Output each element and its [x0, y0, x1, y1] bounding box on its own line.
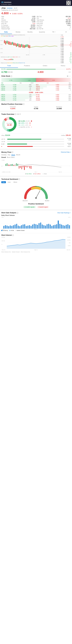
tab-grid[interactable]: ⊞ [60, 30, 72, 34]
tab-intraday[interactable]: Intraday [1, 154, 7, 156]
mpo-expand[interactable]: › [70, 103, 71, 105]
exchange-badge: NASDAQ [6, 8, 13, 9]
svg-rect-171 [59, 224, 60, 228]
svg-text:4.320: 4.320 [0, 52, 3, 53]
gauge-labels: Bearish Bullish [23, 200, 49, 202]
trade-overview-info[interactable]: ⓘ [15, 113, 16, 115]
short-interest-info[interactable]: ⓘ [12, 234, 14, 236]
sentiment-label: Positive Sentiment [1, 203, 71, 205]
svg-rect-163 [46, 224, 48, 228]
svg-rect-158 [38, 223, 40, 228]
order-book-icon1[interactable]: ⊞ [67, 75, 68, 77]
svg-rect-114 [15, 165, 15, 166]
svg-rect-107 [5, 164, 6, 166]
order-book-row: EDGA 4.780 1000 NSDQ 4.900 100 [0, 86, 72, 88]
si-tab-2[interactable]: Market Closed [12, 251, 20, 252]
price-chart: EMA(5,4,9,0) EMA(5,10,0) EMA(5,19) EMA(5… [0, 34, 60, 64]
svg-rect-150 [26, 226, 27, 228]
svg-rect-122 [25, 166, 26, 167]
tab-sel[interactable]: Sel ✓ [48, 30, 60, 34]
tab-quarterly[interactable]: Quarterly [36, 30, 48, 34]
money-flow-chart: 4.99M 0 -4.99M [1, 159, 71, 172]
subtab-overall[interactable]: Overall [1, 157, 6, 158]
support-stat: Support 4.740 [24, 106, 47, 110]
free-float-pct-row: Free Float 12.88% [37, 23, 71, 24]
svg-text:Nov 7: Nov 7 [35, 172, 37, 172]
ask-pct: 16.57% [66, 68, 71, 70]
order-book-header: Order Book ⓘ ⊞ ⋯ [0, 74, 72, 78]
svg-text:-4.99M: -4.99M [1, 172, 5, 172]
ts-tab-1min[interactable]: 1min [7, 181, 12, 183]
svg-rect-153 [31, 226, 32, 228]
ts-title: Technical Sentiment [1, 178, 18, 180]
mpo-title: Market Position Overview [1, 103, 22, 105]
money-flow-info[interactable]: ⓘ [12, 151, 13, 153]
svg-text:0: 0 [1, 166, 2, 167]
svg-rect-137 [5, 225, 6, 228]
svg-rect-144 [16, 224, 17, 228]
gauge-bullish-label: Bullish [45, 200, 49, 202]
total-shares-row: Total Shares 780.70K [37, 19, 71, 21]
order-book-info-icon[interactable]: ⓘ [10, 75, 12, 77]
daily-short-chart [1, 218, 71, 228]
subtab-block[interactable]: Block Orders [7, 157, 15, 158]
svg-rect-54 [6, 59, 6, 60]
tab-month[interactable]: Month [16, 154, 20, 156]
order-book-icon2[interactable]: ⋯ [69, 75, 71, 77]
tab-history[interactable]: History [54, 64, 72, 68]
tab-weekly[interactable]: Weekly [12, 30, 24, 34]
tab-day[interactable]: Day [8, 154, 10, 156]
order-book-chart: 4.790 4.800 4,800 4,800 [1, 78, 71, 82]
tab-orders[interactable]: Orders [36, 64, 54, 68]
svg-rect-86 [1, 78, 36, 82]
money-flow-subtabs: Overall Block Orders [1, 157, 71, 158]
svg-rect-162 [45, 226, 46, 228]
svg-rect-117 [19, 166, 19, 168]
ts-tab-day[interactable]: Day [1, 181, 6, 183]
pe-row: P/E -0.74 [37, 18, 71, 19]
svg-rect-58 [9, 59, 9, 60]
tab-trade[interactable]: Trade [0, 64, 18, 68]
svg-rect-136 [3, 226, 4, 228]
si-tab-3[interactable]: Short Interest (%) [21, 251, 30, 252]
si-tab-1[interactable]: Short Interest (%) [1, 251, 11, 252]
svg-rect-160 [42, 224, 43, 228]
historical-data-link[interactable]: Historical Data > [61, 152, 71, 153]
candlestick-svg: 5.040 4.800 4.560 4.320 [0, 37, 60, 56]
svg-rect-145 [18, 226, 19, 228]
svg-rect-113 [13, 165, 14, 166]
order-book-row: ARCA 4.710 700 EDGA 4.980 200 [0, 98, 72, 99]
svg-rect-175 [66, 225, 67, 228]
ts-info[interactable]: ⓘ [18, 178, 20, 180]
donut-chart: Net Outflow 12.40 [1, 116, 17, 132]
ts-tab-60min[interactable]: 60min [12, 181, 18, 183]
order-book-row: BZX 4.790 500 BZX 4.850 100 [0, 84, 72, 86]
svg-rect-63 [13, 59, 13, 60]
short-sale-title: Short Sale Analysis [1, 212, 16, 214]
trade-inout: Inflow: 214.04 Outflow: 226.43 [1, 134, 71, 137]
bearish-signal-badge: 1 bearish signal [37, 206, 49, 208]
bar-row-3: ■ 82.61 [1, 146, 71, 147]
tab-week[interactable]: Week [11, 154, 15, 156]
tab-monthly[interactable]: Monthly [24, 30, 36, 34]
short-sale-rankings-link[interactable]: Short Sale Rankings > [57, 212, 71, 214]
mpo-stats: Profit Ratio 0.25% Support 4.740 Resista… [1, 106, 71, 110]
bar-row-2: 61.98 4.54 ■ 8.25 [1, 143, 71, 145]
trade-overview-chart-area: Net Outflow 12.40 31.28% 30.28% 2.23% 0.… [1, 116, 71, 132]
svg-text:4,800: 4,800 [41, 80, 44, 81]
mpo-info-icon[interactable]: ⓘ [23, 103, 25, 105]
money-flow-tabs: Intraday Day Week Month [1, 154, 71, 156]
stock-change: ▼ -0.680 -9.05% [9, 12, 23, 15]
ss-y-axis: 24.114.1 [1, 217, 71, 218]
svg-rect-166 [51, 226, 52, 228]
trade-overview-expand[interactable]: › [70, 114, 71, 115]
short-sale-info[interactable]: ⓘ [17, 212, 18, 214]
ts-expand[interactable]: › [70, 178, 71, 180]
tab-positions[interactable]: Positions [18, 64, 36, 68]
short-interest-title: Short Interest [1, 234, 12, 236]
tab-daily[interactable]: Daily [0, 30, 12, 34]
svg-text:Nov 29: Nov 29 [26, 54, 29, 55]
svg-rect-155 [34, 224, 35, 228]
svg-rect-164 [48, 224, 49, 228]
svg-text:5.040: 5.040 [0, 40, 3, 41]
